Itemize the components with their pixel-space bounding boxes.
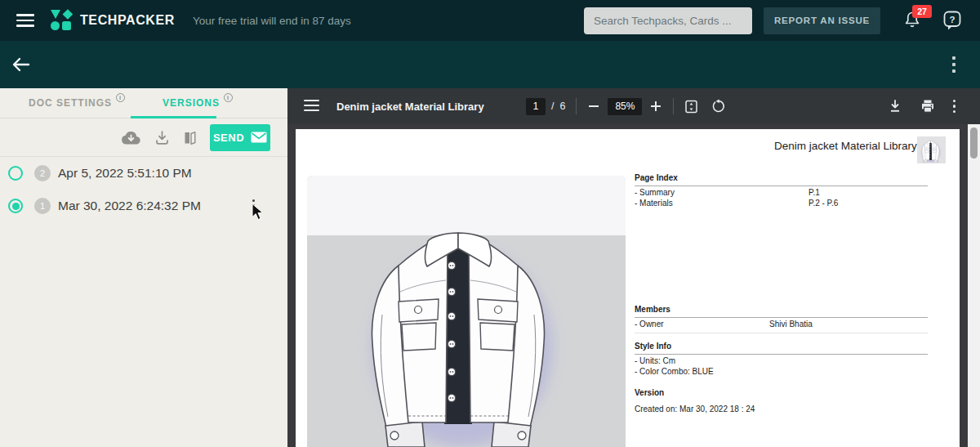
svg-text:?: ? [949, 15, 955, 25]
section-row: - Color Combo: BLUE [635, 367, 928, 378]
toolbar-divider [673, 98, 674, 114]
toolbar-divider [576, 98, 577, 114]
section-page-index: Page Index - Summary P.1 - Materials P.2… [635, 173, 928, 208]
section-members: Members - Owner Shivi Bhatia [635, 305, 928, 333]
back-button[interactable] [11, 55, 32, 78]
logo-text: TECHPACKER [80, 13, 175, 28]
garment-artwork [307, 176, 626, 447]
tab-versions[interactable]: VERSIONS i [163, 97, 233, 109]
pdf-title: Denim jacket Material Library [336, 101, 484, 113]
section-row: - Materials P.2 - P.6 [635, 199, 928, 209]
fit-to-page-button[interactable] [684, 100, 698, 114]
top-header: TECHPACKER Your free trial will end in 8… [0, 0, 980, 41]
row-label: - Owner [635, 320, 664, 329]
info-icon[interactable]: i [116, 93, 125, 102]
section-row: - Owner Shivi Bhatia [635, 320, 928, 333]
pdf-download-button[interactable] [888, 99, 902, 114]
version-number-badge: 2 [34, 165, 51, 181]
envelope-icon [251, 132, 267, 143]
scrollbar-thumb[interactable] [970, 127, 978, 159]
version-options-kebab[interactable] [252, 199, 255, 211]
send-button-label: SEND [213, 132, 244, 144]
version-actions-row: SEND [0, 118, 287, 157]
app-root: TECHPACKER Your free trial will end in 8… [0, 0, 980, 447]
doc-options-kebab[interactable] [952, 56, 956, 73]
row-label: - Color Combo: BLUE [635, 367, 714, 376]
section-heading: Page Index [635, 173, 928, 186]
version-created-text: Created on: Mar 30, 2022 18 : 24 [635, 405, 928, 415]
row-value: P.2 - P.6 [808, 199, 838, 209]
version-radio[interactable] [8, 166, 23, 181]
denim-jacket-drawing [307, 176, 626, 447]
back-arrow-icon [11, 55, 32, 74]
pdf-more-options-kebab[interactable] [953, 100, 956, 114]
row-label: - Materials [635, 199, 673, 208]
send-button[interactable]: SEND [210, 124, 270, 151]
trial-notice: Your free trial will end in 87 days [193, 15, 351, 27]
rotate-button[interactable] [711, 99, 726, 114]
cloud-download-button[interactable] [120, 130, 142, 145]
pdf-page-controls: 1 / 6 85% [526, 88, 726, 124]
pdf-viewer: Denim jacket Material Library 1 / 6 85% [287, 88, 980, 447]
section-heading: Style Info [635, 342, 928, 355]
techpacker-logo[interactable]: TECHPACKER [51, 10, 175, 31]
pdf-canvas: Denim jacket Material Library Page Index… [287, 124, 980, 447]
compare-versions-button[interactable] [182, 130, 198, 145]
version-radio-selected[interactable] [8, 199, 23, 213]
row-value: P.1 [808, 188, 820, 199]
section-version: Version Created on: Mar 30, 2022 18 : 24 [635, 388, 928, 415]
panel-tabs: DOC SETTINGS i VERSIONS i [0, 88, 287, 118]
pdf-menu-icon[interactable] [304, 100, 319, 111]
active-tab-underline [131, 116, 216, 118]
version-date: Apr 5, 2022 5:51:10 PM [58, 166, 192, 181]
notification-count-badge: 27 [912, 5, 932, 18]
row-label: - Units: Cm [635, 356, 675, 365]
version-number-badge: 1 [34, 198, 51, 214]
section-style-info: Style Info - Units: Cm - Color Combo: BL… [635, 342, 928, 377]
cloud-download-icon [120, 130, 142, 145]
info-icon[interactable]: i [224, 93, 233, 102]
page-divider: / [551, 101, 554, 112]
pdf-toolbar-right [888, 88, 956, 124]
print-icon [920, 99, 935, 114]
zoom-in-button[interactable] [649, 100, 662, 113]
page-total: 6 [559, 101, 565, 112]
pdf-print-button[interactable] [920, 99, 935, 114]
section-heading: Members [635, 305, 928, 318]
tab-doc-settings-label: DOC SETTINGS [29, 97, 112, 109]
report-issue-button[interactable]: REPORT AN ISSUE [764, 7, 880, 34]
page-number-input[interactable]: 1 [526, 98, 546, 115]
pdf-page: Denim jacket Material Library Page Index… [296, 129, 960, 447]
pdf-download-icon [888, 99, 902, 114]
notifications-button[interactable]: 27 [903, 10, 923, 31]
version-list: 2 Apr 5, 2022 5:51:10 PM 1 Mar 30, 2022 … [0, 157, 287, 222]
download-icon [154, 130, 170, 145]
zoom-out-button[interactable] [587, 100, 600, 113]
section-row: - Units: Cm [635, 356, 928, 367]
document-title: Denim jacket Material Library [774, 140, 917, 152]
document-thumbnail [917, 136, 946, 163]
row-value: Shivi Bhatia [769, 320, 813, 330]
download-pdf-button[interactable] [154, 130, 170, 145]
compare-doc-icon [182, 130, 198, 145]
version-row[interactable]: 1 Mar 30, 2022 6:24:32 PM [0, 190, 287, 222]
pdf-toolbar: Denim jacket Material Library 1 / 6 85% [287, 88, 980, 124]
search-input[interactable] [584, 7, 752, 34]
tab-versions-label: VERSIONS [163, 97, 220, 109]
help-button[interactable]: ? [942, 10, 962, 31]
pdf-scrollbar[interactable] [968, 124, 980, 447]
version-date: Mar 30, 2022 6:24:32 PM [58, 199, 201, 213]
section-heading: Version [635, 388, 928, 400]
zoom-level: 85% [608, 98, 642, 115]
logo-mark-icon [51, 10, 72, 31]
section-row: - Summary P.1 [635, 188, 928, 199]
rotate-icon [711, 99, 726, 114]
versions-panel: DOC SETTINGS i VERSIONS i [0, 88, 287, 447]
doc-subheader [0, 41, 980, 88]
tab-doc-settings[interactable]: DOC SETTINGS i [29, 97, 125, 109]
version-row[interactable]: 2 Apr 5, 2022 5:51:10 PM [0, 157, 287, 190]
row-label: - Summary [635, 188, 675, 197]
help-icon: ? [942, 10, 962, 31]
menu-icon[interactable] [16, 14, 34, 27]
fit-page-icon [684, 100, 698, 114]
